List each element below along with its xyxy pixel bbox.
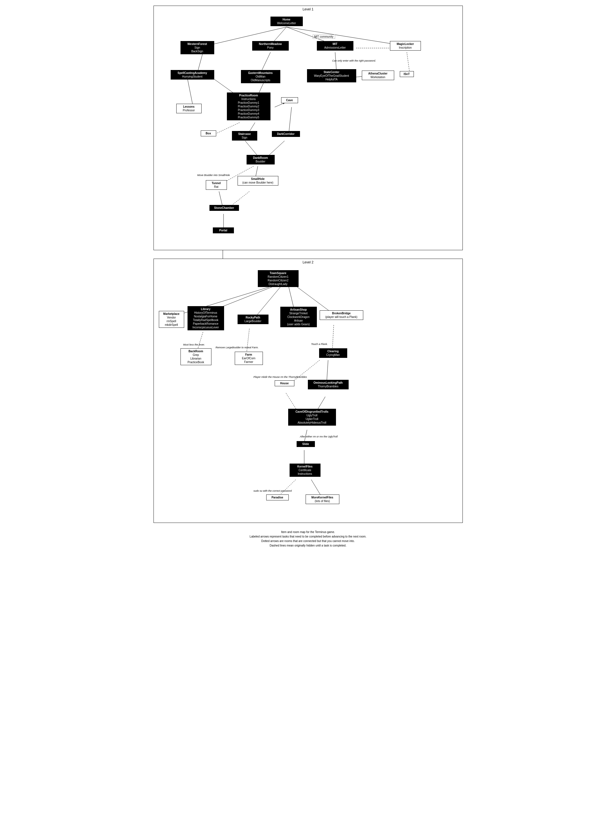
node-mit: MIT AdmissionsLetter bbox=[317, 41, 353, 51]
plank-label: Touch a Plank. bbox=[311, 343, 328, 346]
svg-line-30 bbox=[246, 328, 249, 353]
level2-diagram: TownSquare RandomCitizen1 RandomCitizen2… bbox=[154, 259, 462, 523]
node-clearing: Clearing CryingMan bbox=[319, 348, 347, 358]
node-cavetrolls: CaveOfDisgruntledTrolls UglyTroll Uglier… bbox=[288, 409, 336, 426]
rmtroll-label: After either rm or mv the UglyTroll bbox=[300, 435, 338, 438]
node-paradise: Paradise bbox=[266, 494, 289, 500]
node-ominouslookingpath: OminousLookingPath ThornyBrambles bbox=[308, 380, 349, 389]
node-brokenbridge: BrokenBridge (player will touch a Plank) bbox=[320, 310, 363, 320]
node-slide: Slide bbox=[296, 441, 315, 447]
node-portal: Portal bbox=[213, 227, 234, 233]
node-practiceroom: PracticeRoom Instructions PracticeDummy1… bbox=[227, 92, 270, 120]
largeboulder-label: Remove LargeBoulder to reveal Farm. bbox=[216, 346, 259, 349]
node-backroom: BackRoom Grep Librarian PracticeBook bbox=[180, 348, 211, 365]
node-cave: Cave bbox=[281, 97, 298, 103]
svg-line-26 bbox=[255, 287, 280, 317]
node-northernmeadow: NorthernMeadow Pony bbox=[252, 41, 289, 51]
node-smallhole: SmallHole (can move Boulder here) bbox=[238, 176, 278, 186]
caption-line4: Dashed lines mean originally hidden unti… bbox=[250, 544, 366, 548]
main-container: Level 1 bbox=[154, 6, 463, 548]
svg-line-33 bbox=[292, 360, 320, 383]
svg-line-39 bbox=[311, 479, 321, 496]
svg-line-13 bbox=[275, 103, 285, 107]
mkdir-label: Player mkdir the House rm the ThornyBram… bbox=[254, 375, 307, 378]
svg-line-32 bbox=[327, 360, 328, 382]
svg-line-12 bbox=[188, 79, 193, 107]
level2-box: Level 2 bbox=[154, 259, 463, 523]
boulder-label: Move Boulder into SmallHole bbox=[197, 174, 230, 177]
svg-line-31 bbox=[332, 325, 334, 350]
level1-diagram: Home WelcomeLetter MIT community Western… bbox=[154, 6, 462, 251]
level2-arrows bbox=[154, 259, 462, 523]
lever-label: Must less the lever. bbox=[183, 343, 205, 346]
mit-community-label: MIT community bbox=[312, 35, 335, 39]
level-connector bbox=[223, 250, 223, 259]
node-tunnel: Tunnel Rat bbox=[206, 180, 227, 190]
node-statecenter: StateCenter WaryEyeOfTheGradStudent Help… bbox=[307, 69, 356, 82]
caption-line2: Labeled arrows represent tasks that need… bbox=[250, 534, 366, 539]
svg-line-35 bbox=[286, 393, 297, 411]
node-box: Box bbox=[201, 130, 216, 136]
caption-line1: Item and room map for the Terminus game. bbox=[250, 530, 366, 534]
password-label: Can only enter with the right password. bbox=[332, 59, 376, 62]
node-marketplace: Marketplace Vendor rmSpell mkdirSpell bbox=[159, 311, 184, 328]
node-darkcorridor: DarkCorridor bbox=[272, 131, 300, 137]
node-rockypath: RockyPath LargeBoulder bbox=[238, 315, 268, 324]
node-lessons: Lessons Professor bbox=[176, 104, 202, 113]
node-athenacluster: AthenaCluster Workstation bbox=[362, 70, 394, 80]
node-dankroom: DankRoom Boulder bbox=[246, 155, 275, 164]
node-morekernelfiles: MoreKernelFiles (lots of files) bbox=[306, 494, 339, 504]
node-artisanshop: ArtisanShop StrangeTrinket ClockworkDrag… bbox=[280, 307, 317, 327]
node-farm: Farm EarOfCorn Farmer bbox=[235, 352, 263, 365]
node-staircase: Staircase Sign bbox=[232, 131, 257, 141]
svg-line-8 bbox=[407, 52, 410, 73]
node-spellcasting: SpellCastingAcademy HurryingStudent bbox=[171, 70, 214, 79]
node-magiclocker: MagicLocker Inscription bbox=[390, 41, 421, 51]
node-westernforest: WesternForest Sign BackSign bbox=[180, 41, 214, 54]
caption-line3: Dotted arrows are rooms that are connect… bbox=[250, 539, 366, 544]
svg-line-29 bbox=[197, 332, 203, 350]
svg-line-21 bbox=[219, 191, 223, 207]
svg-line-16 bbox=[289, 107, 292, 134]
svg-line-22 bbox=[230, 191, 249, 207]
node-isnt: ISnT bbox=[400, 71, 414, 77]
level1-box: Level 1 bbox=[154, 6, 463, 250]
node-house: House bbox=[275, 380, 294, 386]
node-kernelfiles: KernelFiles Certificate Instructions bbox=[290, 463, 321, 477]
sudosu-label: sudo su with the correct password bbox=[254, 490, 292, 492]
caption-area: Item and room map for the Terminus game.… bbox=[250, 530, 366, 548]
node-easternmountains: EasternMountains OldMan OldManuscripts bbox=[241, 70, 280, 83]
node-library: Library HistoryOfTerminus NostalgiaForHo… bbox=[188, 306, 224, 330]
node-stonechamber: StoneChamber bbox=[210, 205, 239, 211]
node-home: Home WelcomeLetter bbox=[270, 16, 303, 26]
node-townsquare: TownSquare RandomCitizen1 RandomCitizen2… bbox=[258, 270, 299, 287]
svg-line-38 bbox=[279, 479, 296, 496]
